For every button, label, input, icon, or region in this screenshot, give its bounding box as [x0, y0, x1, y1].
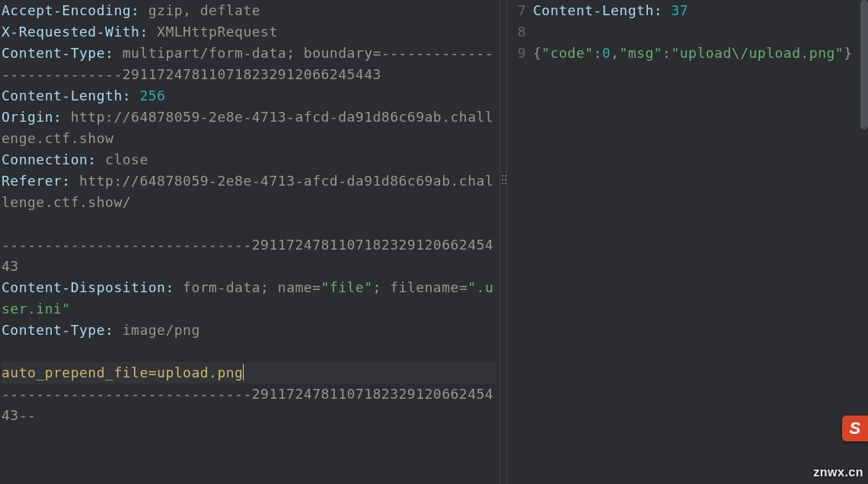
request-line[interactable]: Content-Disposition: form-data; name="fi…: [2, 277, 496, 320]
header-value: [131, 88, 139, 103]
pane-splitter[interactable]: [499, 0, 507, 484]
json-punct: :: [662, 45, 671, 61]
header-value: close: [97, 151, 148, 167]
response-line[interactable]: {"code":0,"msg":"upload\/upload.png"}: [533, 43, 868, 64]
scrollbar-thumb[interactable]: [860, 0, 868, 129]
header-key: Origin:: [2, 109, 62, 125]
request-line[interactable]: -----------------------------29117247811…: [2, 384, 496, 426]
json-punct: }: [844, 45, 852, 61]
header-key: Referer:: [2, 173, 71, 189]
header-value: image/png: [113, 322, 199, 338]
ime-badge[interactable]: S: [842, 416, 868, 441]
header-value: gzip, deflate: [139, 2, 260, 18]
request-line[interactable]: -----------------------------29117247811…: [2, 234, 496, 277]
editor-selection-text: auto_prepend_file=upload.png: [2, 365, 243, 381]
request-line[interactable]: Accept-Encoding: gzip, deflate: [2, 0, 496, 21]
header-key: Content-Disposition:: [2, 279, 174, 295]
response-pane[interactable]: 789 Content-Length: 37 {"code":0,"msg":"…: [507, 0, 868, 484]
blank-line[interactable]: [2, 341, 496, 362]
header-key: Content-Length:: [2, 88, 131, 103]
header-key: Content-Length:: [533, 2, 662, 18]
active-request-line[interactable]: auto_prepend_file=upload.png: [2, 362, 496, 384]
header-value: form-data; name=: [174, 279, 321, 295]
json-number: 0: [602, 45, 611, 61]
request-line[interactable]: Connection: close: [2, 149, 496, 170]
header-value: http://64878059-2e8e-4713-afcd-da91d86c6…: [2, 109, 493, 146]
line-number: 9: [507, 43, 526, 64]
blank-line[interactable]: [533, 21, 868, 43]
ime-letter: S: [849, 419, 860, 438]
watermark-text: znwx.cn: [813, 466, 863, 479]
splitter-grip-icon: [501, 175, 507, 184]
json-punct: :: [593, 45, 602, 61]
header-number: 256: [139, 88, 165, 103]
header-value: ; filename=: [373, 279, 468, 295]
header-key: Content-Type:: [2, 322, 113, 338]
json-string: "code": [541, 45, 593, 61]
request-pane[interactable]: Accept-Encoding: gzip, deflateX-Requeste…: [0, 0, 499, 484]
request-line[interactable]: Referer: http://64878059-2e8e-4713-afcd-…: [2, 170, 496, 213]
header-key: X-Requested-With:: [2, 24, 148, 40]
header-key: Connection:: [2, 151, 97, 167]
request-line[interactable]: Content-Type: image/png: [2, 320, 496, 341]
blank-line[interactable]: [2, 213, 496, 234]
json-string: "msg": [619, 45, 662, 61]
json-punct: {: [533, 45, 541, 61]
header-number: 37: [671, 2, 688, 18]
header-value: http://64878059-2e8e-4713-afcd-da91d86c6…: [2, 173, 493, 210]
json-punct: ,: [611, 45, 619, 61]
line-number: 8: [507, 21, 526, 43]
request-line[interactable]: Content-Type: multipart/form-data; bound…: [2, 43, 496, 85]
response-line[interactable]: Content-Length: 37: [533, 0, 868, 21]
editor-split-view: Accept-Encoding: gzip, deflateX-Requeste…: [0, 0, 868, 484]
header-key: Content-Type:: [2, 45, 113, 61]
json-string: "upload\/upload.png": [671, 45, 844, 61]
request-line[interactable]: Content-Length: 256: [2, 85, 496, 107]
string-literal: "file": [321, 279, 372, 295]
line-number: 7: [507, 0, 526, 21]
header-key: Accept-Encoding:: [2, 2, 139, 18]
body-text: -----------------------------29117247811…: [2, 237, 493, 274]
request-line[interactable]: X-Requested-With: XMLHttpRequest: [2, 21, 496, 43]
request-line[interactable]: Origin: http://64878059-2e8e-4713-afcd-d…: [2, 107, 496, 149]
header-value: [662, 2, 671, 18]
body-text: -----------------------------29117247811…: [2, 386, 493, 423]
line-number-gutter: 789: [507, 0, 531, 484]
header-value: XMLHttpRequest: [148, 24, 278, 40]
text-caret: [243, 364, 244, 381]
